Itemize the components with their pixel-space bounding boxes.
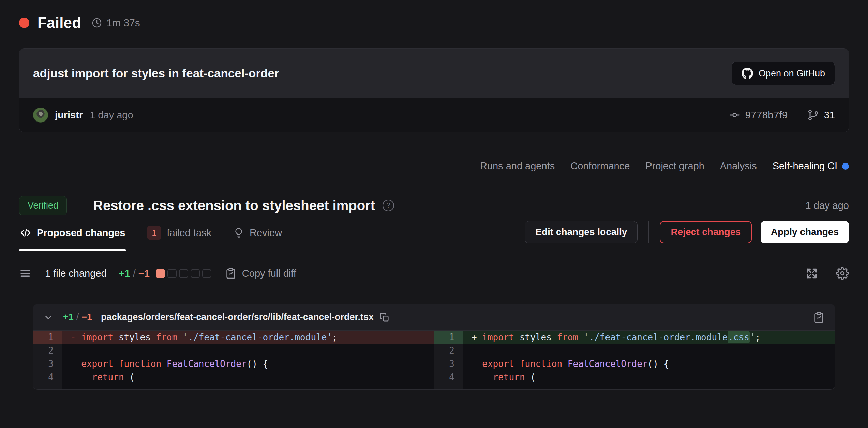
code-content: + import styles from './feat-cancel-orde… [463,331,835,344]
commit-icon [729,109,740,121]
additions-count: +1 [119,268,130,279]
diff-pane-old: 1- import styles from './feat-cancel-ord… [33,331,434,389]
code-icon [20,227,31,239]
reject-changes-button[interactable]: Reject changes [660,221,751,243]
fix-time: 1 day ago [806,200,849,211]
diff-spacer [33,384,434,389]
code-content: export function FeatCancelOrder() { [463,357,835,371]
github-button-label: Open on GitHub [759,68,825,79]
commit-card-footer: juristr 1 day ago 9778b7f9 31 [19,98,849,132]
help-icon[interactable]: ? [383,200,394,211]
tabs: Proposed changes 1 failed task Review [19,220,283,251]
file-deletions: −1 [81,312,92,323]
run-status-row: Failed 1m 37s [19,14,849,31]
deletions-count: −1 [138,268,150,279]
edit-changes-locally-button[interactable]: Edit changes locally [525,221,638,243]
nav-project-graph[interactable]: Project graph [645,160,704,172]
line-number: 1 [33,331,62,344]
commit-sha[interactable]: 9778b7f9 [729,109,788,121]
apply-changes-button[interactable]: Apply changes [761,221,849,243]
fix-title: Restore .css extension to stylesheet imp… [93,198,375,213]
tab-review[interactable]: Review [233,220,283,251]
diff-line: 1+ import styles from './feat-cancel-ord… [434,331,835,344]
line-number: 2 [434,344,463,357]
code-content [62,344,434,357]
tab-failed-task[interactable]: 1 failed task [146,220,212,251]
commit-title: adjust import for styles in feat-cancel-… [33,67,279,80]
branch-count: 31 [824,110,835,121]
code-content: export function FeatCancelOrder() { [62,357,434,371]
file-diff-stats: +1 / −1 [63,312,92,323]
divider [80,196,80,215]
gear-icon [836,267,849,280]
collapse-file-button[interactable] [43,312,54,323]
diff-settings-button[interactable] [836,267,849,280]
stat-separator: / [133,268,136,279]
commit-card-top: adjust import for styles in feat-cancel-… [19,49,849,98]
diff-card: +1 / −1 packages/orders/feat-cancel-orde… [33,304,835,390]
diff-body: 1- import styles from './feat-cancel-ord… [33,331,835,389]
nav-runs-and-agents[interactable]: Runs and agents [480,160,555,172]
diff-line: 4 return ( [434,371,835,384]
copy-full-diff-button[interactable]: Copy full diff [225,268,296,279]
file-tree-toggle-button[interactable] [19,267,31,280]
line-number: 1 [434,331,463,344]
workspace-nav: Runs and agents Conformance Project grap… [19,160,849,172]
branch-icon [807,109,819,121]
diff-block [202,269,211,278]
avatar [33,108,48,123]
diff-blocks [156,269,211,278]
tab-proposed-changes[interactable]: Proposed changes [19,220,126,251]
code-content: return ( [62,371,434,384]
fullscreen-button[interactable] [805,267,818,280]
author-name: juristr [55,110,83,121]
copy-file-diff-button[interactable] [813,312,825,323]
action-buttons: Edit changes locally Reject changes Appl… [525,221,849,243]
commit-card: adjust import for styles in feat-cancel-… [19,48,849,132]
open-on-github-button[interactable]: Open on GitHub [732,62,835,85]
chevron-down-icon [43,312,54,323]
diff-block [191,269,200,278]
diff-line: 3 export function FeatCancelOrder() { [434,357,835,371]
code-content: return ( [463,371,835,384]
files-changed-label: 1 file changed [45,268,107,279]
failed-count-badge: 1 [147,226,161,240]
diff-toolbar: 1 file changed +1 / −1 Copy full diff [19,267,849,280]
diff-line: 4 return ( [33,371,434,384]
line-number: 2 [33,344,62,357]
line-number: 4 [434,371,463,384]
diff-block [167,269,177,278]
new-feature-dot [842,163,849,170]
diff-line: 1- import styles from './feat-cancel-ord… [33,331,434,344]
diff-spacer [434,384,835,389]
file-stat-separator: / [76,312,79,323]
divider [648,221,649,243]
run-duration: 1m 37s [106,17,140,29]
file-additions: +1 [63,312,74,323]
nav-analysis[interactable]: Analysis [720,160,757,172]
copy-full-diff-label: Copy full diff [242,268,296,279]
tab-proposed-changes-label: Proposed changes [37,227,125,239]
fix-header: Verified Restore .css extension to style… [19,196,849,215]
nav-self-healing-ci[interactable]: Self-healing CI [773,160,849,172]
branch-graph[interactable]: 31 [807,109,835,121]
copy-file-path-button[interactable] [380,313,389,322]
hamburger-icon [19,267,31,280]
commit-meta: 9778b7f9 31 [729,109,835,121]
page: Failed 1m 37s adjust import for styles i… [0,0,868,390]
tab-review-label: Review [250,227,282,239]
nav-self-healing-ci-label: Self-healing CI [773,160,837,172]
author-row: juristr 1 day ago [33,108,133,123]
nav-conformance[interactable]: Conformance [570,160,630,172]
code-content [463,344,835,357]
line-number: 3 [33,357,62,371]
diff-line: 2 [33,344,434,357]
clipboard-copy-icon [813,312,825,323]
diff-line: 2 [434,344,835,357]
expand-icon [805,267,818,280]
status-failed-dot [19,18,29,28]
clock-icon [91,17,102,28]
lightbulb-icon [233,227,244,238]
line-number: 3 [434,357,463,371]
line-number: 4 [33,371,62,384]
